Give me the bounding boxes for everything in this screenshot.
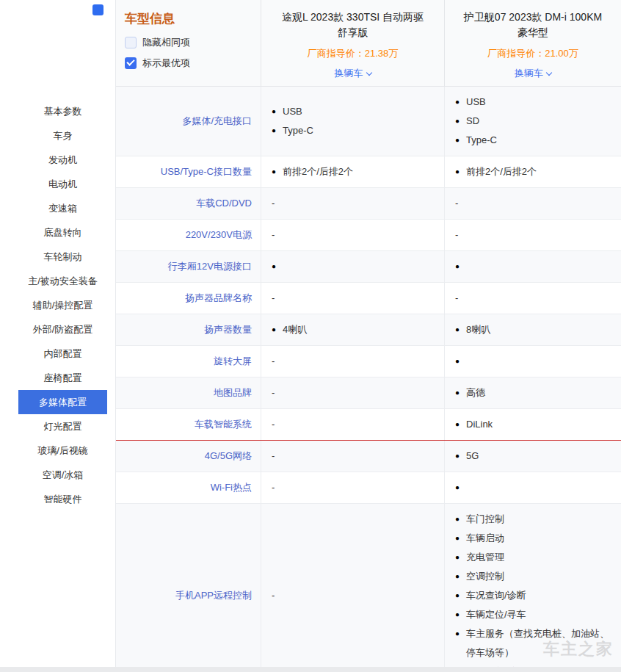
row-label[interactable]: 4G/5G网络 <box>116 441 261 472</box>
row-label[interactable]: 扬声器品牌名称 <box>116 283 261 314</box>
sidebar-item[interactable]: 车轮制动 <box>18 245 107 269</box>
sidebar-item[interactable]: 车身 <box>18 123 107 148</box>
car2-value: ●USB●SD●Type-C <box>445 87 621 156</box>
value-line: - <box>272 478 435 497</box>
value-text: USB <box>283 102 435 121</box>
row-label[interactable]: 地图品牌 <box>116 377 261 408</box>
sidebar-item[interactable]: 外部/防盗配置 <box>18 317 107 342</box>
sidebar-item[interactable]: 玻璃/后视镜 <box>18 438 107 463</box>
mark-best-label: 标示最优项 <box>142 57 190 70</box>
bullet-icon: ● <box>455 131 466 150</box>
row-label[interactable]: Wi-Fi热点 <box>116 472 261 503</box>
car-compare-page: 基本参数车身发动机电动机变速箱底盘转向车轮制动主/被动安全装备辅助/操控配置外部… <box>0 0 621 672</box>
mark-best-checkbox-row[interactable]: 标示最优项 <box>125 57 261 70</box>
sidebar-item[interactable]: 辅助/操控配置 <box>18 293 107 317</box>
row-label[interactable]: USB/Type-C接口数量 <box>116 156 261 187</box>
bullet-icon: ● <box>272 102 283 121</box>
mark-best-checkbox[interactable] <box>125 57 137 69</box>
sidebar-item[interactable]: 主/被动安全装备 <box>18 269 107 293</box>
sidebar-item[interactable]: 空调/冰箱 <box>18 463 107 487</box>
corner-widget-icon[interactable] <box>92 4 104 15</box>
panel-title: 车型信息 <box>125 10 261 27</box>
row-label[interactable]: 扬声器数量 <box>116 314 261 345</box>
value-text: SD <box>466 112 612 131</box>
sidebar-item[interactable]: 智能硬件 <box>18 487 107 511</box>
bullet-icon: ● <box>272 320 283 339</box>
value-text: 充电管理 <box>466 548 612 567</box>
bullet-icon: ● <box>455 257 466 276</box>
car1-switch-label: 换辆车 <box>335 68 363 79</box>
value-line: ●4喇叭 <box>272 320 435 339</box>
row-label[interactable]: 车载智能系统 <box>116 409 261 440</box>
value-line: - <box>272 289 435 308</box>
sidebar-item[interactable]: 发动机 <box>18 148 107 172</box>
row-label[interactable]: 行李厢12V电源接口 <box>116 251 261 282</box>
bullet-icon: ● <box>455 624 466 662</box>
car1-name[interactable]: 途观L 2023款 330TSI 自动两驱舒享版 <box>261 10 444 40</box>
row-label[interactable]: 多媒体/充电接口 <box>116 87 261 156</box>
car2-value: ●5G <box>445 441 621 472</box>
value-text: 车况查询/诊断 <box>466 586 612 605</box>
value-text: 前排2个/后排2个 <box>283 162 435 181</box>
value-line: - <box>272 447 435 466</box>
value-text <box>466 257 612 276</box>
value-line: ●8喇叭 <box>455 320 612 339</box>
compare-header: 车型信息 隐藏相同项 标示最优项 途观L 2023款 330TSI 自动两驱舒享… <box>116 0 621 87</box>
row-label[interactable]: 手机APP远程控制 <box>116 504 261 672</box>
hide-same-checkbox-row[interactable]: 隐藏相同项 <box>125 36 261 49</box>
value-text <box>466 478 612 497</box>
sidebar-item[interactable]: 灯光配置 <box>18 414 107 438</box>
value-text: 空调控制 <box>466 567 612 586</box>
bullet-icon: ● <box>272 162 283 181</box>
car2-price-value: 21.00万 <box>545 48 578 59</box>
value-text: 车辆启动 <box>466 529 612 548</box>
value-line: ●车况查询/诊断 <box>455 586 612 605</box>
sidebar-item[interactable]: 电动机 <box>18 172 107 196</box>
row-label[interactable]: 旋转大屏 <box>116 346 261 377</box>
value-text: 8喇叭 <box>466 320 612 339</box>
sidebar-item[interactable]: 多媒体配置 <box>18 390 107 414</box>
value-line: ● <box>455 352 612 371</box>
row-label[interactable]: 车载CD/DVD <box>116 188 261 219</box>
car2-value: ●DiLink <box>445 409 621 440</box>
value-text <box>466 352 612 371</box>
sidebar-item[interactable]: 基本参数 <box>18 99 107 123</box>
value-line: ● <box>455 257 612 276</box>
value-line: - <box>455 289 612 308</box>
bullet-icon: ● <box>455 162 466 181</box>
value-text: DiLink <box>466 415 612 434</box>
value-text: 5G <box>466 447 612 466</box>
value-text: 车主服务（查找充电桩、加油站、停车场等） <box>466 624 612 662</box>
hide-same-checkbox[interactable] <box>125 37 137 48</box>
car1-price-value: 21.38万 <box>365 48 399 59</box>
car2-name[interactable]: 护卫舰07 2023款 DM-i 100KM 豪华型 <box>445 10 621 40</box>
value-line: ● <box>455 478 612 497</box>
car1-value: ● <box>261 251 445 282</box>
sidebar-item[interactable]: 座椅配置 <box>18 366 107 390</box>
sidebar-item[interactable]: 变速箱 <box>18 196 107 220</box>
row-label[interactable]: 220V/230V电源 <box>116 220 261 250</box>
bullet-icon: ● <box>272 121 283 140</box>
bullet-icon: ● <box>455 586 466 605</box>
car2-switch-link[interactable]: 换辆车 <box>515 67 551 80</box>
table-row: 车载智能系统-●DiLink <box>116 409 621 441</box>
sidebar-item[interactable]: 底盘转向 <box>18 220 107 245</box>
comparison-table: 多媒体/充电接口●USB●Type-C●USB●SD●Type-CUSB/Typ… <box>116 87 621 672</box>
bullet-icon: ● <box>455 383 466 402</box>
car1-value: - <box>261 377 445 408</box>
main-panel: 车型信息 隐藏相同项 标示最优项 途观L 2023款 330TSI 自动两驱舒享… <box>115 0 621 672</box>
sidebar-item[interactable]: 内部配置 <box>18 342 107 366</box>
car1-price: 厂商指导价：21.38万 <box>261 47 444 60</box>
value-line: ●空调控制 <box>455 567 612 586</box>
car2-value: ●前排2个/后排2个 <box>445 156 621 187</box>
value-line: ●SD <box>455 112 612 131</box>
car1-switch-link[interactable]: 换辆车 <box>335 67 371 80</box>
car2-value: ● <box>445 251 621 282</box>
bullet-icon: ● <box>455 415 466 434</box>
value-text: 高德 <box>466 383 612 402</box>
table-row: 扬声器数量●4喇叭●8喇叭 <box>116 314 621 346</box>
value-text: USB <box>466 93 612 112</box>
bullet-icon: ● <box>455 478 466 497</box>
table-row: 4G/5G网络-●5G <box>116 441 621 472</box>
value-line: ●车辆定位/寻车 <box>455 605 612 624</box>
